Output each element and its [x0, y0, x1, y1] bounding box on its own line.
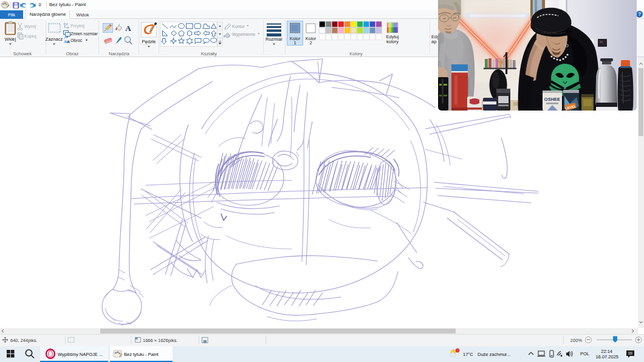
- svg-text:Obróć: Obróć: [70, 38, 83, 43]
- svg-text:?: ?: [638, 11, 641, 17]
- svg-text:22:14: 22:14: [601, 349, 612, 354]
- svg-text:Duże zachmur...: Duże zachmur...: [478, 352, 510, 357]
- svg-text:Obraz: Obraz: [66, 51, 79, 56]
- svg-text:A: A: [125, 24, 131, 33]
- svg-text:16.07.2025: 16.07.2025: [595, 354, 618, 360]
- svg-text:Kształty: Kształty: [201, 51, 218, 56]
- svg-text:Przytnij: Przytnij: [70, 24, 84, 29]
- svg-text:Zmień rozmiar: Zmień rozmiar: [70, 32, 98, 36]
- svg-text:Kontur: Kontur: [232, 24, 245, 29]
- svg-text:Rozmiar: Rozmiar: [265, 36, 283, 42]
- svg-text:Schowek: Schowek: [13, 51, 32, 56]
- svg-text:OSHEE: OSHEE: [544, 97, 560, 102]
- svg-text:1666 × 1626piks.: 1666 × 1626piks.: [143, 338, 177, 343]
- svg-text:Wytnij: Wytnij: [24, 24, 36, 29]
- svg-text:Pędzle: Pędzle: [142, 39, 156, 44]
- svg-text:ap: ap: [431, 39, 436, 44]
- svg-text:Kopiuj: Kopiuj: [24, 34, 36, 39]
- svg-text:Kolory: Kolory: [349, 51, 363, 56]
- svg-text:Wklej: Wklej: [5, 36, 16, 42]
- svg-text:2: 2: [309, 40, 312, 46]
- svg-text:kolory: kolory: [386, 39, 399, 44]
- svg-text:Bez tytułu - Paint: Bez tytułu - Paint: [124, 352, 159, 357]
- svg-text:Wypiliśmy NAPOJE ...: Wypiliśmy NAPOJE ...: [58, 352, 103, 357]
- svg-text:17°C: 17°C: [463, 352, 473, 357]
- svg-text:640, 244piks.: 640, 244piks.: [10, 338, 38, 343]
- svg-text:POL: POL: [580, 351, 589, 357]
- svg-text:1: 1: [293, 40, 296, 46]
- svg-text:Wypełnienie: Wypełnienie: [232, 32, 255, 37]
- svg-text:Zaznacz: Zaznacz: [46, 36, 63, 42]
- svg-text:Narzędzia: Narzędzia: [109, 51, 130, 56]
- svg-text:200%: 200%: [570, 338, 583, 343]
